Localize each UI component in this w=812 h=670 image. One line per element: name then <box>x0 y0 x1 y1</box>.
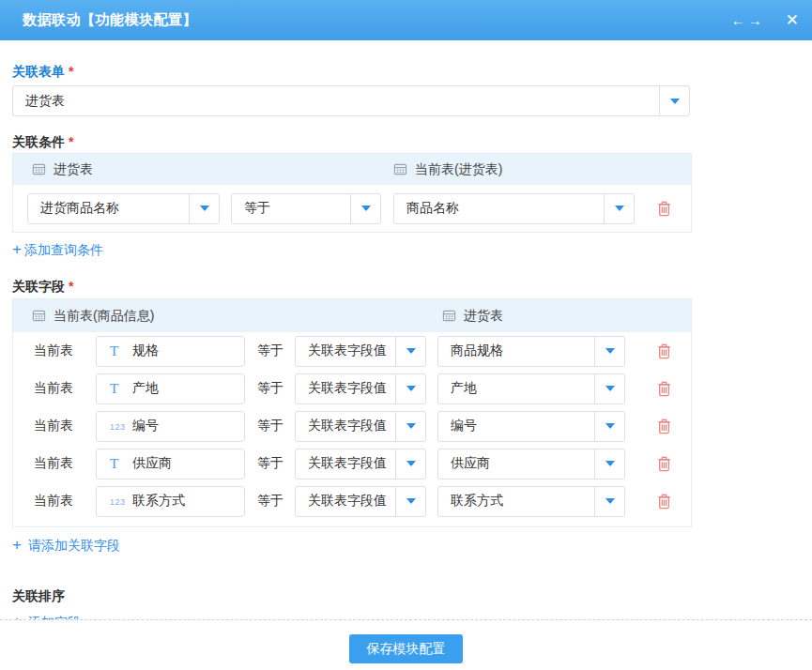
add-field-link[interactable]: + 请添加关联字段 <box>12 536 692 555</box>
required-mark: * <box>69 134 73 149</box>
operator-label: 等于 <box>257 343 283 359</box>
chevron-down-icon[interactable] <box>659 86 689 115</box>
table-icon <box>442 309 456 323</box>
target-field-select[interactable]: 编号 <box>437 411 625 442</box>
select-value: 联系方式 <box>438 493 594 510</box>
source-table-name: 当前表(商品信息) <box>54 308 154 325</box>
field-select[interactable]: 123 联系方式 <box>96 486 245 517</box>
select-value: 关联表字段值 <box>296 455 395 472</box>
field-select[interactable]: 123 编号 <box>96 411 245 442</box>
field-panel: 当前表(商品信息) 进货表 当前表 T 规格 等于 关联表字段值 <box>12 298 692 527</box>
field-select[interactable]: T 产地 <box>96 373 245 404</box>
target-field-select[interactable]: 产地 <box>437 373 625 404</box>
condition-field-select[interactable]: 进货商品名称 <box>27 193 220 224</box>
select-value: 商品规格 <box>438 343 594 359</box>
target-table-header: 进货表 <box>442 308 503 325</box>
source-table-name: 进货表 <box>54 161 93 178</box>
condition-operator-select[interactable]: 等于 <box>231 193 381 224</box>
field-panel-header: 当前表(商品信息) 进货表 <box>13 299 691 332</box>
table-icon <box>32 162 46 176</box>
table-icon <box>393 162 407 176</box>
select-value: 关联表字段值 <box>296 380 395 397</box>
close-icon[interactable]: ✕ <box>786 10 799 30</box>
target-field-select[interactable]: 联系方式 <box>437 486 625 517</box>
required-mark: * <box>69 279 73 294</box>
value-mode-select[interactable]: 关联表字段值 <box>295 373 426 404</box>
select-value: 关联表字段值 <box>296 418 395 434</box>
text-type-icon: T <box>110 456 132 472</box>
chevron-down-icon[interactable] <box>395 374 425 404</box>
field-row: 当前表 T 规格 等于 关联表字段值 商品规格 <box>13 332 691 370</box>
condition-section-label: 关联条件* <box>12 132 692 151</box>
delete-field-icon[interactable] <box>656 456 672 472</box>
chevron-down-icon[interactable] <box>395 337 425 366</box>
dialog-titlebar: 数据联动【功能模块配置】 ←→ ✕ <box>0 0 812 40</box>
target-table-name: 当前表(进货表) <box>415 161 502 178</box>
linked-form-select[interactable]: 进货表 <box>12 85 690 116</box>
condition-panel-header: 进货表 当前表(进货表) <box>13 154 691 185</box>
delete-condition-icon[interactable] <box>656 201 672 217</box>
condition-row: 进货商品名称 等于 商品名称 <box>13 185 691 232</box>
field-rows: 当前表 T 规格 等于 关联表字段值 商品规格 <box>13 332 691 526</box>
field-name: 产地 <box>132 380 159 397</box>
chevron-down-icon[interactable] <box>395 487 425 516</box>
target-table-header: 当前表(进货表) <box>393 161 502 178</box>
text-type-icon: T <box>110 343 132 359</box>
delete-field-icon[interactable] <box>656 494 672 510</box>
field-name: 供应商 <box>132 455 172 472</box>
select-value: 供应商 <box>438 455 594 472</box>
source-table-header: 进货表 <box>32 161 393 178</box>
select-value: 进货商品名称 <box>28 200 189 217</box>
select-value: 商品名称 <box>394 200 604 217</box>
linked-form-label: 关联表单* <box>12 62 692 81</box>
chevron-down-icon[interactable] <box>594 449 624 479</box>
chevron-down-icon[interactable] <box>395 449 425 479</box>
number-type-icon: 123 <box>110 496 132 507</box>
source-table-header: 当前表(商品信息) <box>32 308 442 325</box>
current-table-label: 当前表 <box>34 418 73 434</box>
delete-field-icon[interactable] <box>656 343 672 359</box>
sort-section-label: 关联排序 <box>12 586 692 605</box>
current-table-label: 当前表 <box>34 380 73 397</box>
condition-target-select[interactable]: 商品名称 <box>393 193 635 224</box>
delete-field-icon[interactable] <box>656 381 672 397</box>
save-module-config-button[interactable]: 保存模块配置 <box>349 634 463 663</box>
operator-label: 等于 <box>257 418 283 434</box>
select-value: 关联表字段值 <box>296 343 395 359</box>
select-value: 进货表 <box>13 93 659 110</box>
chevron-down-icon[interactable] <box>604 194 634 223</box>
resize-width-icon[interactable]: ←→ <box>731 12 765 28</box>
select-value: 等于 <box>232 200 350 217</box>
chevron-down-icon[interactable] <box>594 337 624 366</box>
target-field-select[interactable]: 供应商 <box>437 449 625 480</box>
number-type-icon: 123 <box>110 421 132 432</box>
chevron-down-icon[interactable] <box>395 412 425 441</box>
field-row: 当前表 T 产地 等于 关联表字段值 产地 <box>13 370 691 407</box>
field-name: 编号 <box>132 418 159 434</box>
required-mark: * <box>69 64 73 79</box>
chevron-down-icon[interactable] <box>350 194 380 223</box>
condition-panel: 进货表 当前表(进货表) 进货商品名称 等于 商品名称 <box>12 153 692 233</box>
delete-field-icon[interactable] <box>656 419 672 434</box>
text-type-icon: T <box>110 381 132 397</box>
value-mode-select[interactable]: 关联表字段值 <box>295 411 426 442</box>
chevron-down-icon[interactable] <box>594 412 624 441</box>
chevron-down-icon[interactable] <box>189 194 219 223</box>
value-mode-select[interactable]: 关联表字段值 <box>295 449 426 480</box>
field-select[interactable]: T 规格 <box>96 336 245 367</box>
field-name: 规格 <box>132 343 159 359</box>
target-field-select[interactable]: 商品规格 <box>437 336 625 367</box>
field-row: 当前表 T 供应商 等于 关联表字段值 供应商 <box>13 445 691 482</box>
operator-label: 等于 <box>257 380 283 397</box>
target-table-name: 进货表 <box>464 308 503 325</box>
chevron-down-icon[interactable] <box>594 487 624 516</box>
plus-icon: + <box>12 537 22 554</box>
add-condition-link[interactable]: + 添加查询条件 <box>12 240 692 259</box>
field-section-label: 关联字段* <box>12 277 692 296</box>
value-mode-select[interactable]: 关联表字段值 <box>295 486 426 517</box>
field-row: 当前表 123 编号 等于 关联表字段值 编号 <box>13 407 691 445</box>
dialog-content: 关联表单* 进货表 关联条件* 进货表 当前表(进货表) 进货商品 <box>12 62 692 632</box>
value-mode-select[interactable]: 关联表字段值 <box>295 336 426 367</box>
field-select[interactable]: T 供应商 <box>96 449 245 480</box>
chevron-down-icon[interactable] <box>594 374 624 404</box>
